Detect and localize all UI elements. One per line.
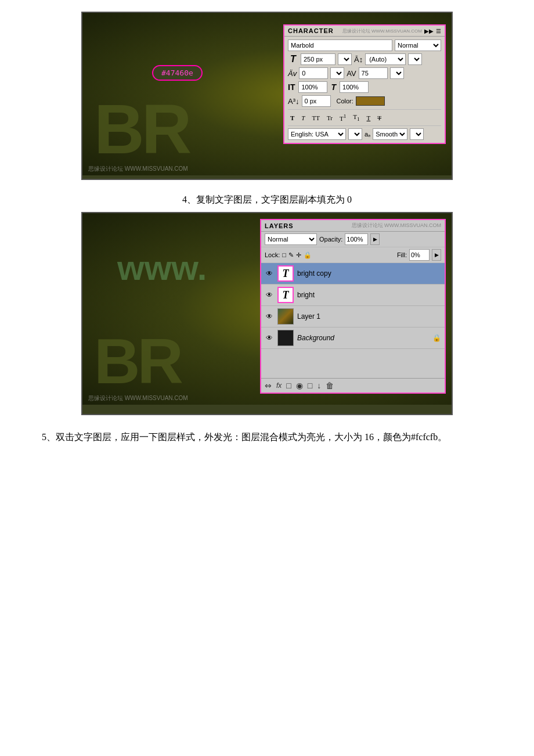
layers-title: LAYERS	[265, 222, 294, 229]
fill-label: Fill:	[397, 251, 407, 258]
typo-btn-T-bold[interactable]: T	[288, 113, 297, 123]
char-panel-body: Normal T ▼ Ā↕ (Auto)	[284, 37, 445, 143]
layer-name-layer1: Layer 1	[297, 312, 441, 321]
layer-thumb-bright: T	[277, 287, 294, 303]
layer-item-bright[interactable]: 👁 T bright	[261, 285, 445, 306]
canvas-bg2: www. BR 思缘设计论坛 WWW.MISSVUAN.COM LAYERS 思…	[82, 213, 452, 405]
char-panel-title: CHARACTER	[288, 27, 334, 34]
leading-select[interactable]: (Auto)	[365, 53, 406, 65]
scale-h-input[interactable]	[298, 81, 327, 93]
layer-item-bright-copy[interactable]: 👁 T bright copy	[261, 263, 445, 285]
font-size-icon: T	[288, 54, 298, 64]
font-size-select[interactable]: ▼	[338, 53, 352, 65]
layer-name-bright-copy: bright copy	[297, 269, 441, 278]
step5-text: 5、双击文字图层，应用一下图层样式，外发光：图层混合模式为亮光，大小为 16，颜…	[42, 432, 447, 442]
layers-lock-row: Lock: □ ✎ ✛ 🔒 Fill: ▶	[261, 247, 445, 263]
typo-btn-T-strike[interactable]: T	[375, 113, 384, 123]
aa-icon: aₐ	[365, 131, 370, 138]
color-bubble: #47460e	[152, 65, 203, 81]
lock-icon-paint[interactable]: ✎	[288, 251, 294, 259]
footer-group-icon[interactable]: □	[308, 381, 312, 390]
canvas-bg1: BR #47460e 思缘设计论坛 WWW.MISSVUAN.COM CHARA…	[82, 13, 452, 175]
canvas-www-text: www.	[117, 248, 207, 288]
layers-footer: ⇔ fx □ ◉ □ ↓ 🗑	[261, 378, 445, 393]
layer-thumb-background	[277, 330, 294, 346]
leading-icon: Ā↕	[354, 55, 363, 64]
tracking-input[interactable]	[359, 67, 388, 79]
font-size-input[interactable]	[301, 53, 335, 65]
font-style-select[interactable]: Normal	[395, 39, 441, 51]
typo-btn-T-italic[interactable]: T	[299, 113, 307, 123]
typo-btn-TT[interactable]: TT	[309, 113, 322, 123]
typo-btn-T-super[interactable]: T1	[337, 112, 348, 123]
opacity-label: Opacity:	[319, 236, 342, 243]
fill-arrow[interactable]: ▶	[432, 249, 441, 261]
layer-name-background: Background	[297, 334, 429, 342]
layer-eye-background[interactable]: 👁	[265, 333, 274, 343]
canvas-bri-text: BR	[94, 94, 189, 164]
smooth-select[interactable]: Smooth	[373, 128, 407, 140]
tracking-select[interactable]: ▼	[390, 67, 404, 79]
typo-btn-Tr[interactable]: Tr	[324, 113, 335, 123]
footer-link-icon[interactable]: ⇔	[265, 381, 272, 390]
layers-header: LAYERS 思缘设计论坛 WWW.MISSVUAN.COM	[261, 220, 445, 232]
layer-thumb-layer1	[277, 308, 294, 325]
baseline-input[interactable]	[302, 95, 331, 107]
layer-thumb-bright-copy: T	[277, 265, 294, 282]
typo-buttons-row: T T TT Tr T1 T1 T T	[288, 109, 441, 123]
canvas-bri-text2: BR	[94, 329, 181, 393]
layers-panel: LAYERS 思缘设计论坛 WWW.MISSVUAN.COM Normal Op…	[260, 219, 446, 394]
kerning-icon: Äv	[288, 69, 297, 78]
layers-list: 👁 T bright copy 👁 T bright 👁 Lay	[261, 263, 445, 378]
scale-v-input[interactable]	[340, 81, 369, 93]
layer-eye-bright-copy[interactable]: 👁	[265, 269, 274, 278]
lock-icon-check[interactable]: □	[282, 251, 286, 258]
footer-mask-icon[interactable]: ◉	[296, 381, 303, 390]
step4-label: 4、复制文字图层，文字图层副本填充为 0	[23, 194, 511, 206]
layer-item-layer1[interactable]: 👁 Layer 1	[261, 306, 445, 327]
baseline-color-row: A³↓ Color:	[288, 95, 441, 107]
menu-icon[interactable]: ☰	[436, 28, 441, 34]
lang-arrow[interactable]: ▼	[348, 128, 362, 140]
step5-para: 5、双击文字图层，应用一下图层样式，外发光：图层混合模式为亮光，大小为 16，颜…	[23, 429, 511, 446]
color-swatch[interactable]	[356, 96, 385, 106]
footer-fx-icon[interactable]: fx	[276, 381, 282, 390]
panel-controls: 思缘设计论坛 WWW.MISSVUAN.COM ▶▶ ☰	[342, 28, 441, 34]
footer-trash-icon[interactable]: 🗑	[326, 381, 334, 390]
footer-new-icon[interactable]: ↓	[317, 381, 321, 390]
layer-eye-layer1[interactable]: 👁	[265, 312, 274, 321]
leading-arrow[interactable]: ▼	[408, 53, 422, 65]
typo-btn-T-sub[interactable]: T1	[351, 112, 362, 123]
screenshot2: www. BR 思缘设计论坛 WWW.MISSVUAN.COM LAYERS 思…	[81, 212, 453, 415]
layers-mode-row: Normal Opacity: ▶	[261, 232, 445, 247]
kerning-input[interactable]	[299, 67, 328, 79]
layer-item-background[interactable]: 👁 Background 🔒	[261, 327, 445, 349]
layer-eye-bright[interactable]: 👁	[265, 290, 274, 300]
fill-input[interactable]	[409, 249, 430, 261]
scale-row: IT T	[288, 81, 441, 93]
canvas-watermark1: 思缘设计论坛 WWW.MISSVUAN.COM	[88, 165, 188, 173]
typo-btn-T-under[interactable]: T	[365, 113, 373, 123]
layer-name-bright: bright	[297, 291, 441, 299]
tracking-row: Äv ▼ AV ▼	[288, 67, 441, 79]
tracking-icon: AV	[347, 69, 356, 78]
kerning-select[interactable]: ▼	[330, 67, 344, 79]
lock-icon-move[interactable]: ✛	[296, 251, 301, 259]
lock-icon-all[interactable]: 🔒	[304, 251, 312, 259]
section1: BR #47460e 思缘设计论坛 WWW.MISSVUAN.COM CHARA…	[23, 12, 511, 180]
layers-panel-watermark: 思缘设计论坛 WWW.MISSVUAN.COM	[352, 222, 442, 229]
layers-empty-space	[261, 349, 445, 378]
section2: www. BR 思缘设计论坛 WWW.MISSVUAN.COM LAYERS 思…	[23, 212, 511, 415]
character-panel: CHARACTER 思缘设计论坛 WWW.MISSVUAN.COM ▶▶ ☰ N…	[283, 24, 446, 144]
forward-icon[interactable]: ▶▶	[424, 28, 434, 34]
smooth-arrow[interactable]: ▼	[410, 128, 424, 140]
font-name-input[interactable]	[288, 39, 392, 51]
screenshot1: BR #47460e 思缘设计论坛 WWW.MISSVUAN.COM CHARA…	[81, 12, 453, 180]
opacity-input[interactable]	[345, 233, 368, 245]
footer-adjustment-icon[interactable]: □	[286, 381, 291, 390]
scale-v-icon: T	[331, 82, 336, 92]
opacity-arrow[interactable]: ▶	[370, 233, 380, 245]
background-lock-icon: 🔒	[432, 334, 441, 342]
blend-mode-select[interactable]: Normal	[265, 233, 317, 245]
language-select[interactable]: English: USA	[288, 128, 346, 140]
